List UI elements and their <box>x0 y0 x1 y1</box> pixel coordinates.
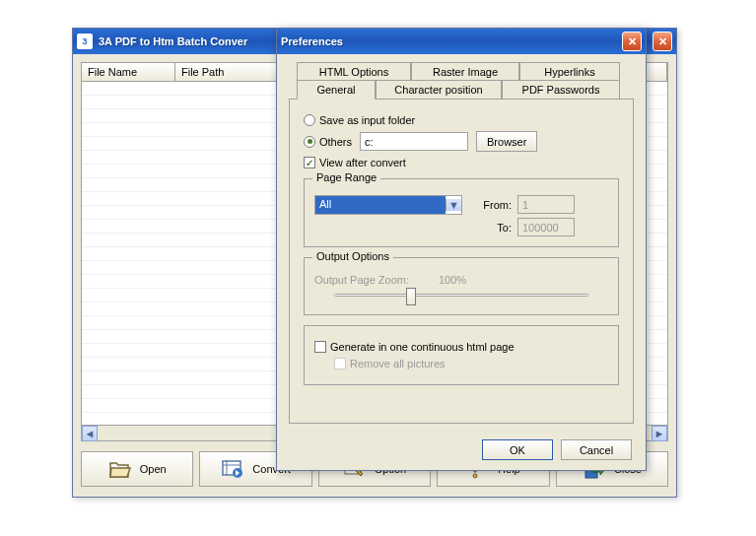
chevron-down-icon: ▼ <box>446 199 461 211</box>
svg-point-7 <box>473 474 477 478</box>
zoom-slider[interactable] <box>334 294 588 297</box>
ok-button[interactable]: OK <box>482 439 553 460</box>
others-label: Others <box>319 136 352 148</box>
view-after-label: View after convert <box>319 157 406 168</box>
radio-save-as-input[interactable] <box>304 114 315 126</box>
check-continuous[interactable] <box>314 341 326 353</box>
scroll-right-icon[interactable]: ► <box>652 426 667 441</box>
app-icon: 3 <box>77 34 93 49</box>
zoom-value: 100% <box>439 274 466 286</box>
slider-thumb[interactable] <box>406 288 416 305</box>
tab-character-position[interactable]: Character position <box>376 80 502 99</box>
col-file-name[interactable]: File Name <box>82 63 175 81</box>
tab-hyperlinks[interactable]: Hyperlinks <box>519 62 620 81</box>
tab-general[interactable]: General <box>297 80 376 100</box>
page-range-value: All <box>315 196 446 214</box>
tab-row-top: HTML Options Raster Image Hyperlinks <box>297 62 634 81</box>
convert-icon <box>221 457 244 481</box>
from-label: From: <box>478 199 512 211</box>
zoom-label: Output Page Zoom: <box>314 274 409 286</box>
check-remove-pictures <box>334 358 346 369</box>
open-button[interactable]: Open <box>81 451 193 487</box>
close-icon[interactable]: ✕ <box>622 32 642 51</box>
tab-pdf-passwords[interactable]: PDF Passwords <box>502 80 620 99</box>
page-range-legend: Page Range <box>312 171 380 183</box>
save-as-input-label: Save as input folder <box>319 114 415 126</box>
cancel-button[interactable]: Cancel <box>561 439 632 460</box>
group-page-range: Page Range All ▼ From: To: <box>304 178 619 247</box>
folder-open-icon <box>108 457 132 481</box>
pref-body: HTML Options Raster Image Hyperlinks Gen… <box>277 54 646 431</box>
pref-titlebar[interactable]: Preferences ✕ <box>277 29 646 54</box>
from-input[interactable] <box>517 195 575 214</box>
pref-dialog-buttons: OK Cancel <box>482 439 632 460</box>
page-range-select[interactable]: All ▼ <box>314 195 462 215</box>
open-label: Open <box>140 463 167 475</box>
radio-others[interactable] <box>304 136 315 148</box>
close-icon[interactable]: ✕ <box>653 32 672 51</box>
tab-html-options[interactable]: HTML Options <box>297 62 411 81</box>
scroll-left-icon[interactable]: ◄ <box>82 426 98 441</box>
tab-panel-general: Save as input folder Others Browser View… <box>289 99 634 424</box>
continuous-label: Generate in one continuous html page <box>330 341 515 353</box>
output-legend: Output Options <box>312 250 393 262</box>
group-continuous: Generate in one continuous html page Rem… <box>304 325 619 385</box>
to-label: To: <box>478 222 512 234</box>
check-view-after[interactable] <box>304 157 315 168</box>
remove-pics-label: Remove all pictures <box>350 358 446 369</box>
to-input[interactable] <box>517 218 575 236</box>
tab-raster-image[interactable]: Raster Image <box>411 62 519 81</box>
browser-button[interactable]: Browser <box>476 131 537 152</box>
preferences-dialog: Preferences ✕ HTML Options Raster Image … <box>276 28 647 471</box>
group-output-options: Output Options Output Page Zoom: 100% <box>304 257 619 315</box>
pref-title: Preferences <box>281 35 622 47</box>
tab-row-bottom: General Character position PDF Passwords <box>297 80 634 99</box>
others-path-input[interactable] <box>360 132 468 151</box>
